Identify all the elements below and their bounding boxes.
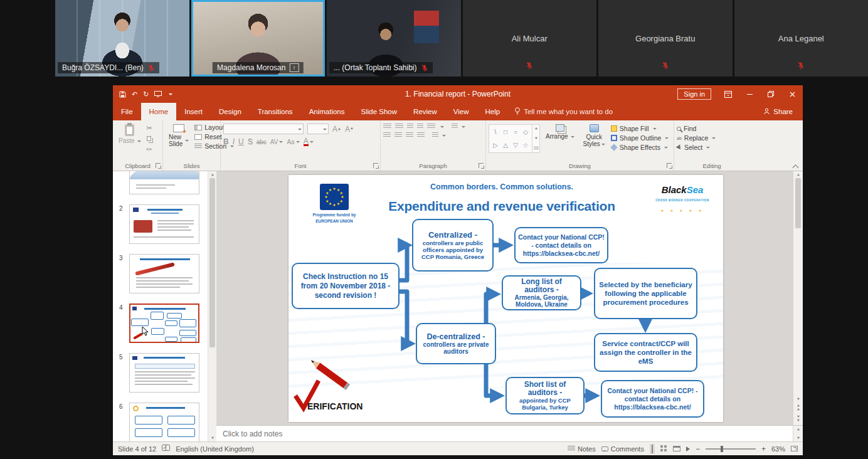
tab-view[interactable]: View: [445, 103, 477, 120]
text-shadow-button[interactable]: S: [248, 137, 253, 146]
gallery-scroll-down-icon[interactable]: [534, 137, 537, 140]
thumbnail-scroll-up-icon[interactable]: [211, 174, 213, 176]
box-long-list[interactable]: Long list of auditors - Armenia, Georgia…: [502, 275, 581, 310]
normal-view-button[interactable]: [650, 444, 655, 454]
tell-me-box[interactable]: Tell me what you want to do: [508, 103, 619, 120]
bold-button[interactable]: B: [223, 137, 229, 146]
strikethrough-button[interactable]: abc: [257, 139, 267, 145]
reading-view-button[interactable]: [673, 445, 680, 453]
editor-scrollbar[interactable]: [793, 171, 803, 425]
format-painter-icon[interactable]: ✏: [147, 145, 152, 154]
box-check-instruction[interactable]: Check Instruction no 15 from 20 November…: [292, 263, 400, 309]
text-direction-button[interactable]: [452, 124, 465, 129]
participant-tile-3[interactable]: ... (Ortak Toplantı Sahibi): [327, 0, 461, 76]
language-indicator[interactable]: English (United Kingdom): [176, 445, 254, 453]
character-spacing-button[interactable]: AV: [270, 139, 283, 145]
increase-indent-icon[interactable]: [417, 124, 423, 129]
box-contact-ccp-top[interactable]: Contact your National CCP! - contact det…: [514, 227, 608, 263]
slideshow-view-button[interactable]: [686, 445, 690, 453]
gallery-more-icon[interactable]: [534, 147, 539, 150]
minimize-button[interactable]: [739, 85, 760, 103]
ribbon-display-options-icon[interactable]: [717, 85, 739, 103]
font-name-select[interactable]: [223, 124, 304, 134]
slide-thumbnail-3[interactable]: 3: [113, 245, 216, 295]
slide-thumbnail-4-selected[interactable]: 4: [113, 295, 216, 344]
thumbnail-scroll-down-icon[interactable]: [211, 437, 213, 440]
zoom-level[interactable]: 63%: [771, 445, 785, 453]
line-spacing-icon[interactable]: [427, 124, 435, 129]
change-case-button[interactable]: Aa: [287, 139, 299, 145]
box-service-contract[interactable]: Service contract/CCP will assign the con…: [594, 333, 697, 372]
tab-help[interactable]: Help: [477, 103, 509, 120]
notes-toggle-button[interactable]: Notes: [568, 445, 596, 453]
shape-outline-button[interactable]: Shape Outline: [611, 134, 669, 142]
slide-thumbnail-6[interactable]: 6: [113, 394, 216, 441]
notes-scrollbar[interactable]: [793, 426, 803, 441]
start-slideshow-icon[interactable]: [154, 91, 162, 97]
increase-font-size-button[interactable]: A: [332, 125, 341, 134]
notes-scroll-up-icon[interactable]: [797, 428, 799, 431]
shape-effects-button[interactable]: Shape Effects: [611, 144, 669, 151]
align-center-icon[interactable]: [394, 132, 402, 138]
scroll-down-icon[interactable]: [797, 398, 799, 401]
slide-thumbnail-5[interactable]: 5: [113, 344, 216, 394]
slide-canvas[interactable]: Common borders. Common solutions. Expend…: [216, 171, 803, 425]
shape-arrow-icon[interactable]: ▷: [493, 142, 498, 149]
tab-home[interactable]: Home: [141, 103, 177, 120]
bullets-icon[interactable]: [383, 124, 391, 129]
italic-button[interactable]: I: [233, 137, 235, 146]
tab-insert[interactable]: Insert: [176, 103, 211, 120]
thumbnail-scrollbar[interactable]: [208, 171, 216, 441]
paragraph-dialog-launcher-icon[interactable]: [479, 163, 484, 168]
justify-icon[interactable]: [417, 132, 425, 138]
shape-triangle-icon[interactable]: △: [503, 142, 508, 149]
align-right-icon[interactable]: [406, 132, 413, 138]
decrease-font-size-button[interactable]: A: [345, 125, 354, 134]
tab-transitions[interactable]: Transitions: [250, 103, 301, 120]
restore-button[interactable]: [760, 85, 781, 103]
box-centralized[interactable]: Centralized - controllers are public off…: [412, 219, 494, 272]
zoom-slider[interactable]: [706, 448, 756, 450]
box-contact-ccp-bottom[interactable]: Contact your National CCP! - contact det…: [601, 380, 704, 418]
participant-tile-2-active-speaker[interactable]: Magdalena Morosan ↑: [191, 0, 326, 76]
tab-animations[interactable]: Animations: [301, 103, 353, 120]
shape-line-icon[interactable]: \: [495, 129, 497, 135]
participant-tile-6[interactable]: Ana Leganel: [734, 0, 868, 76]
font-color-button[interactable]: A: [304, 138, 314, 146]
participant-tile-1[interactable]: Buğra ÖZSAYDI... (Ben): [55, 0, 189, 76]
participant-tile-4[interactable]: Ali Mulcar: [463, 0, 597, 76]
drawing-dialog-launcher-icon[interactable]: [667, 163, 672, 168]
find-button[interactable]: Find: [677, 125, 747, 132]
close-button[interactable]: [781, 85, 803, 103]
notes-scroll-down-icon[interactable]: [797, 437, 799, 440]
arrange-button[interactable]: Arrange: [542, 122, 578, 142]
zoom-slider-thumb[interactable]: [721, 446, 723, 452]
shapes-gallery-scrollbar[interactable]: [532, 125, 539, 152]
font-dialog-launcher-icon[interactable]: [373, 163, 378, 168]
box-short-list[interactable]: Short list of auditors - appointed by CC…: [505, 377, 585, 414]
participant-tile-5[interactable]: Georgiana Bratu: [598, 0, 733, 76]
replace-button[interactable]: abReplace: [677, 134, 747, 142]
select-button[interactable]: Select: [677, 144, 747, 151]
share-button[interactable]: Share: [753, 103, 803, 120]
qat-customize-icon[interactable]: [167, 92, 172, 96]
shape-star-icon[interactable]: ☆: [523, 142, 529, 149]
gallery-scroll-up-icon[interactable]: [534, 127, 537, 130]
zoom-out-button[interactable]: −: [696, 445, 700, 453]
scrollbar-thumb[interactable]: [795, 178, 801, 228]
slide-sorter-view-button[interactable]: [660, 445, 667, 453]
shapes-gallery[interactable]: \ □ ○ ◇ ▷ △ ▽ ☆: [489, 124, 540, 153]
previous-slide-button[interactable]: [797, 403, 800, 412]
numbering-icon[interactable]: [395, 124, 403, 129]
align-left-icon[interactable]: [383, 132, 391, 138]
zoom-in-button[interactable]: +: [761, 445, 766, 453]
tab-review[interactable]: Review: [405, 103, 445, 120]
shape-ellipse-icon[interactable]: ○: [514, 129, 517, 135]
save-icon[interactable]: [119, 91, 126, 98]
notes-placeholder[interactable]: Click to add notes: [216, 430, 282, 438]
next-slide-button[interactable]: [797, 414, 800, 423]
slide-thumbnail-2[interactable]: 2: [113, 196, 216, 245]
quick-styles-button[interactable]: QuickStyles: [580, 122, 608, 149]
box-selected-by-beneficiary[interactable]: Selected by the beneficiary following th…: [594, 268, 697, 319]
underline-button[interactable]: U: [238, 137, 244, 146]
